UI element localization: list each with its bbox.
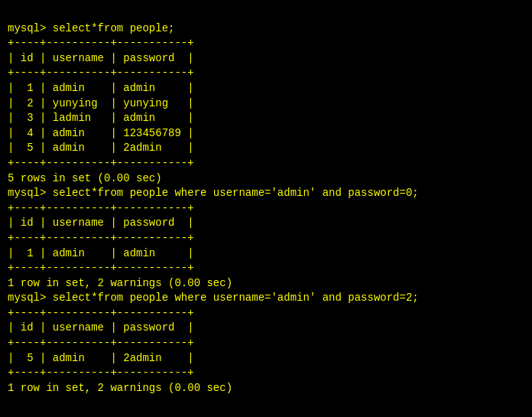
table-header: | id | username | password |	[8, 321, 524, 336]
table-border-top: +----+----------+-----------+	[8, 201, 524, 217]
terminal-section-3: mysql> select*from people where username…	[8, 291, 524, 396]
table-border-mid: +----+----------+-----------+	[8, 231, 524, 246]
table-header: | id | username | password |	[8, 216, 524, 231]
table-row: | 2 | yunying | yunying |	[8, 96, 524, 112]
table-row: | 3 | ladmin | admin |	[8, 111, 524, 126]
table-row: | 1 | admin | admin |	[8, 81, 524, 96]
table-border-bot: +----+----------+-----------+	[8, 156, 524, 171]
prompt-line: mysql> select*from people;	[8, 21, 524, 37]
table-row: | 4 | admin | 123456789 |	[8, 126, 524, 142]
table-border-bot: +----+----------+-----------+	[8, 366, 524, 381]
terminal-section-1: mysql> select*from people;+----+--------…	[8, 21, 524, 187]
table-border-mid: +----+----------+-----------+	[8, 66, 524, 81]
result-line: 1 row in set, 2 warnings (0.00 sec)	[8, 381, 524, 396]
terminal-section-2: mysql> select*from people where username…	[8, 186, 524, 291]
result-line: 1 row in set, 2 warnings (0.00 sec)	[8, 276, 524, 292]
table-border-top: +----+----------+-----------+	[8, 306, 524, 321]
table-row: | 1 | admin | admin |	[8, 246, 524, 262]
table-row: | 5 | admin | 2admin |	[8, 351, 524, 367]
table-row: | 5 | admin | 2admin |	[8, 141, 524, 156]
table-3: +----+----------+-----------+| id | user…	[8, 306, 524, 381]
terminal: mysql> select*from people;+----+--------…	[8, 6, 524, 396]
prompt-line: mysql> select*from people where username…	[8, 291, 524, 306]
table-header: | id | username | password |	[8, 51, 524, 67]
table-border-bot: +----+----------+-----------+	[8, 261, 524, 276]
result-line: 5 rows in set (0.00 sec)	[8, 171, 524, 187]
table-1: +----+----------+-----------+| id | user…	[8, 36, 524, 171]
table-border-top: +----+----------+-----------+	[8, 36, 524, 51]
table-2: +----+----------+-----------+| id | user…	[8, 201, 524, 276]
table-border-mid: +----+----------+-----------+	[8, 336, 524, 351]
prompt-line: mysql> select*from people where username…	[8, 186, 524, 201]
